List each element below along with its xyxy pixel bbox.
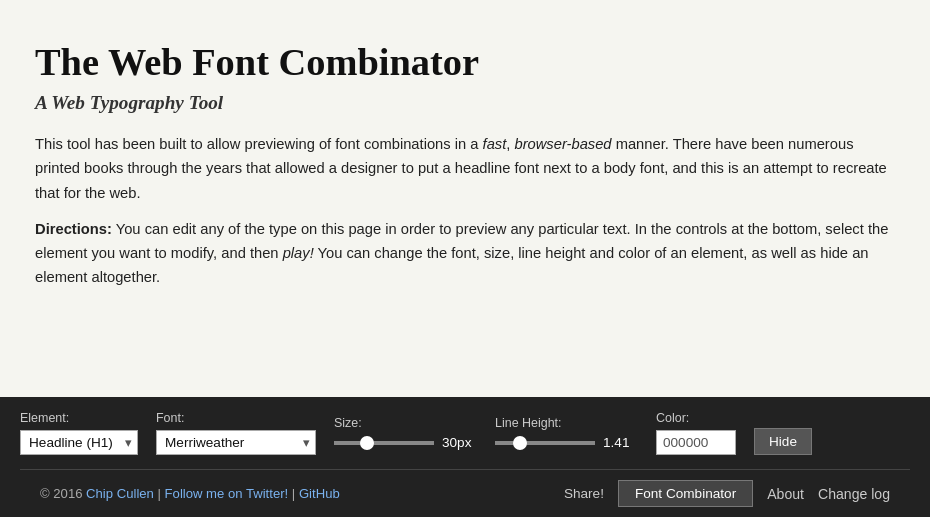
line-height-row: 1.41 [495, 435, 638, 450]
page-title: The Web Font Combinator [35, 40, 895, 84]
element-select-wrapper: Headline (H1) Subtitle (H2) Body Text De… [20, 430, 138, 455]
footer-right: Share! Font Combinator About Change log [564, 480, 890, 507]
color-input[interactable] [656, 430, 736, 455]
share-label: Share! [564, 486, 604, 501]
page-subtitle: A Web Typography Tool [35, 92, 895, 114]
desc2-bold: Directions: [35, 221, 112, 237]
about-link[interactable]: About [767, 486, 804, 502]
color-label: Color: [656, 411, 736, 425]
author-link[interactable]: Chip Cullen [86, 486, 154, 501]
color-control: Color: [656, 411, 736, 455]
line-height-label: Line Height: [495, 416, 638, 430]
element-select[interactable]: Headline (H1) Subtitle (H2) Body Text De… [20, 430, 138, 455]
size-control: Size: 30px [334, 416, 477, 450]
main-content: The Web Font Combinator A Web Typography… [0, 0, 930, 397]
sep1: | [154, 486, 165, 501]
line-height-control: Line Height: 1.41 [495, 416, 638, 450]
size-label: Size: [334, 416, 477, 430]
font-select[interactable]: Merriweather Georgia Arial Times New Rom… [156, 430, 316, 455]
font-label: Font: [156, 411, 316, 425]
size-slider[interactable] [334, 441, 434, 445]
font-control: Font: Merriweather Georgia Arial Times N… [156, 411, 316, 455]
size-value: 30px [442, 435, 477, 450]
font-combinator-button[interactable]: Font Combinator [618, 480, 753, 507]
desc1-prefix: This tool has been built to allow previe… [35, 136, 483, 152]
footer-left: © 2016 Chip Cullen | Follow me on Twitte… [40, 486, 340, 501]
element-control: Element: Headline (H1) Subtitle (H2) Bod… [20, 411, 138, 455]
element-label: Element: [20, 411, 138, 425]
controls-bar: Element: Headline (H1) Subtitle (H2) Bod… [0, 397, 930, 517]
changelog-link[interactable]: Change log [818, 486, 890, 502]
hide-button[interactable]: Hide [754, 428, 812, 455]
description-paragraph-1: This tool has been built to allow previe… [35, 132, 895, 205]
controls-row: Element: Headline (H1) Subtitle (H2) Bod… [20, 411, 910, 469]
copyright-text: © 2016 [40, 486, 86, 501]
line-height-value: 1.41 [603, 435, 638, 450]
sep2: | [288, 486, 299, 501]
twitter-link[interactable]: Follow me on Twitter! [165, 486, 289, 501]
desc1-italic2: browser-based [514, 136, 611, 152]
footer-row: © 2016 Chip Cullen | Follow me on Twitte… [20, 469, 910, 517]
description-paragraph-2: Directions: You can edit any of the type… [35, 217, 895, 290]
size-row: 30px [334, 435, 477, 450]
desc2-italic: play! [283, 245, 314, 261]
font-select-wrapper: Merriweather Georgia Arial Times New Rom… [156, 430, 316, 455]
line-height-slider[interactable] [495, 441, 595, 445]
desc1-italic1: fast [483, 136, 507, 152]
github-link[interactable]: GitHub [299, 486, 340, 501]
